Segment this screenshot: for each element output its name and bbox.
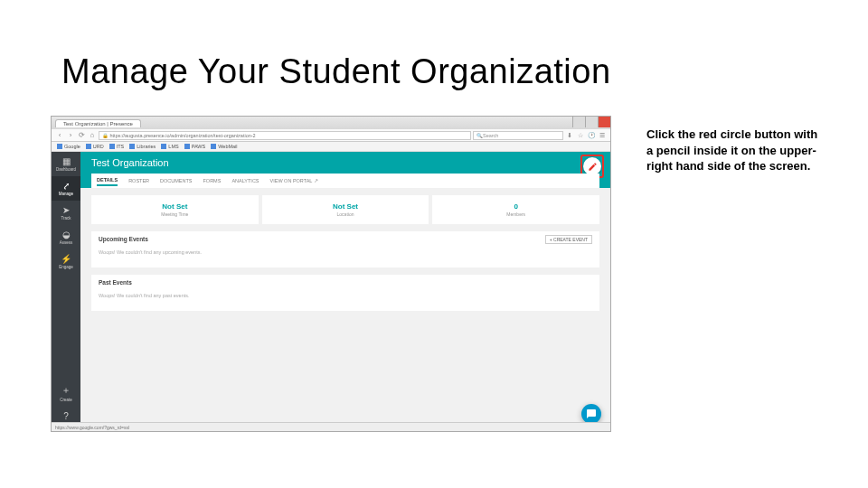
section-title: Upcoming Events (99, 236, 592, 242)
home-button[interactable]: ⌂ (88, 131, 97, 140)
stat-value: Not Set (162, 202, 187, 211)
sidebar-label: Manage (59, 192, 73, 196)
address-bar: ‹ › ⟳ ⌂ 🔒 https://augusta.presence.io/ad… (52, 129, 610, 142)
bookmark-item[interactable]: PAWS (184, 144, 206, 149)
bookmark-item[interactable]: WebMail (211, 144, 237, 149)
bookmark-item[interactable]: Libraries (129, 144, 156, 149)
page-header: Test Organization DETAILS ROSTER DOCUMEN… (80, 152, 610, 188)
stat-card-location: Not Set Location (262, 195, 429, 224)
window-close-button[interactable] (598, 117, 610, 127)
bolt-icon: ⚡ (61, 254, 71, 264)
chat-button[interactable] (581, 404, 601, 424)
window-minimize-button[interactable] (572, 117, 585, 127)
sidebar-item-manage[interactable]: ⤤Manage (52, 176, 80, 201)
favicon-icon (129, 144, 135, 149)
sidebar-label: Engage (59, 265, 73, 269)
edit-button[interactable] (583, 157, 601, 175)
chart-icon: ◒ (62, 230, 71, 239)
bookmark-bar: Google URD ITS Libraries LMS PAWS WebMai… (52, 142, 610, 152)
chat-icon (586, 408, 597, 419)
favicon-icon (211, 144, 216, 149)
browser-tab[interactable]: Test Organization | Presence (55, 119, 141, 127)
download-icon[interactable]: ⬇ (565, 131, 574, 140)
menu-icon[interactable]: ☰ (598, 131, 607, 140)
sidebar-label: Assess (60, 240, 73, 245)
favicon-icon (109, 144, 115, 149)
favicon-icon (86, 144, 91, 149)
tab-analytics[interactable]: ANALYTICS (231, 176, 259, 185)
sidebar-item-track[interactable]: ➤Track (52, 201, 80, 225)
browser-tab-strip: Test Organization | Presence (52, 117, 610, 129)
url-text: https://augusta.presence.io/admin/organi… (110, 133, 256, 138)
bookmark-item[interactable]: ITS (109, 144, 125, 149)
tabs-row: DETAILS ROSTER DOCUMENTS FORMS ANALYTICS… (91, 174, 599, 188)
stat-label: Location (337, 211, 354, 217)
favicon-icon (57, 144, 62, 149)
stat-label: Members (506, 211, 525, 217)
sidebar-label: Create (60, 398, 72, 402)
instruction-text: Click the red circle button with a penci… (646, 127, 827, 174)
upcoming-events-section: Upcoming Events + CREATE EVENT Woops! We… (91, 231, 599, 267)
browser-window: Test Organization | Presence ‹ › ⟳ ⌂ 🔒 h… (51, 116, 611, 432)
window-controls (572, 117, 610, 127)
bookmark-icon[interactable]: ☆ (576, 131, 585, 140)
dashboard-icon: ▦ (62, 156, 71, 166)
bookmark-item[interactable]: URD (86, 144, 104, 149)
back-button[interactable]: ‹ (55, 131, 64, 140)
app-viewport: ▦Dashboard ⤤Manage ➤Track ◒Assess ⚡Engag… (52, 152, 610, 431)
empty-message: Woops! We couldn't find any upcoming eve… (99, 249, 592, 255)
help-icon: ? (63, 411, 69, 421)
sidebar-item-engage[interactable]: ⚡Engage (52, 249, 80, 274)
past-events-section: Past Events Woops! We couldn't find any … (91, 275, 599, 311)
tab-details[interactable]: DETAILS (97, 175, 118, 186)
sidebar-item-create[interactable]: ＋Create (52, 380, 80, 407)
sidebar-item-dashboard[interactable]: ▦Dashboard (52, 152, 80, 176)
search-placeholder: Search (483, 133, 498, 138)
history-icon[interactable]: 🕑 (587, 131, 596, 140)
share-icon: ⤤ (62, 181, 70, 191)
search-input[interactable]: 🔍 Search (473, 131, 563, 140)
stat-card-meeting-time: Not Set Meeting Time (91, 195, 259, 224)
bookmark-item[interactable]: LMS (161, 144, 178, 149)
stat-label: Meeting Time (161, 211, 188, 217)
status-bar: https://www.google.com/?gws_rd=ssl (52, 422, 610, 431)
tab-view-portal[interactable]: VIEW ON PORTAL ↗ (270, 176, 318, 185)
favicon-icon (184, 144, 190, 149)
url-input[interactable]: 🔒 https://augusta.presence.io/admin/orga… (99, 131, 471, 140)
empty-message: Woops! We couldn't find any past events. (99, 293, 592, 298)
content-area: Test Organization DETAILS ROSTER DOCUMEN… (80, 152, 610, 431)
tab-documents[interactable]: DOCUMENTS (160, 176, 192, 185)
section-title: Past Events (99, 279, 592, 286)
slide-title: Manage Your Student Organization (61, 52, 611, 91)
tab-forms[interactable]: FORMS (203, 176, 222, 185)
sidebar-label: Track (61, 216, 71, 221)
favicon-icon (161, 144, 166, 149)
create-event-button[interactable]: + CREATE EVENT (545, 235, 592, 244)
tab-roster[interactable]: ROSTER (128, 176, 149, 185)
sidebar-item-assess[interactable]: ◒Assess (52, 225, 80, 249)
window-maximize-button[interactable] (585, 117, 598, 127)
stat-card-members: 0 Members (432, 195, 599, 224)
sidebar: ▦Dashboard ⤤Manage ➤Track ◒Assess ⚡Engag… (52, 152, 80, 431)
org-title: Test Organization (91, 157, 169, 168)
plus-icon: ＋ (61, 384, 71, 397)
pencil-icon (588, 162, 598, 172)
forward-button[interactable]: › (66, 131, 75, 140)
stats-row: Not Set Meeting Time Not Set Location 0 … (91, 195, 599, 224)
stat-value: 0 (514, 202, 517, 211)
sidebar-label: Dashboard (56, 167, 76, 172)
reload-button[interactable]: ⟳ (77, 131, 86, 140)
stat-value: Not Set (333, 202, 358, 211)
send-icon: ➤ (62, 205, 70, 215)
bookmark-item[interactable]: Google (57, 144, 80, 149)
